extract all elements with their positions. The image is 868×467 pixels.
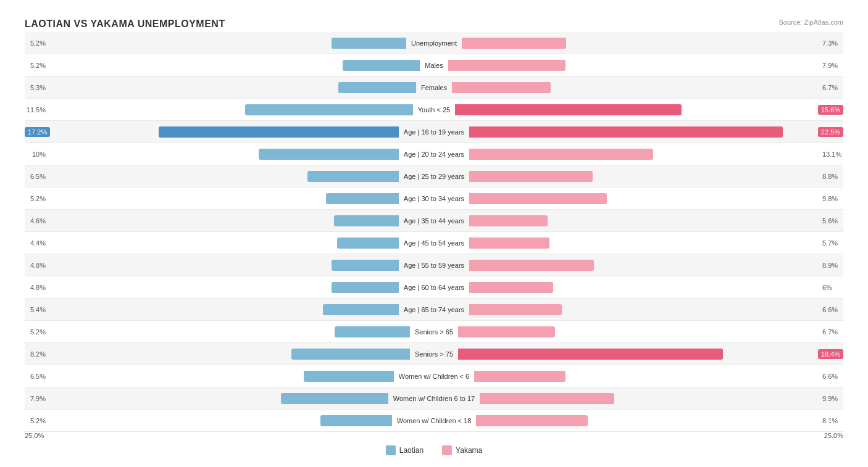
chart-container: LAOTIAN VS YAKAMA UNEMPLOYMENT Source: Z… bbox=[12, 12, 856, 467]
center-label: Age | 30 to 34 years bbox=[399, 195, 469, 202]
blue-bar bbox=[332, 38, 406, 49]
blue-bar bbox=[334, 215, 398, 226]
left-bar-wrap bbox=[48, 104, 413, 116]
right-bar-wrap bbox=[448, 59, 820, 72]
chart-area: 5.2% Unemployment 7.3% 5.2% bbox=[25, 32, 843, 432]
right-bar-wrap bbox=[469, 304, 820, 316]
right-bar-wrap bbox=[458, 348, 818, 360]
left-bar-wrap bbox=[48, 281, 399, 294]
right-section: 6.6% bbox=[469, 301, 843, 318]
blue-bar bbox=[281, 393, 388, 404]
blue-bar bbox=[159, 126, 398, 138]
left-bar-wrap bbox=[48, 237, 399, 249]
center-label: Women w/ Children < 18 bbox=[392, 417, 477, 424]
center-label: Women w/ Children < 6 bbox=[394, 373, 474, 380]
left-section: 5.2% bbox=[25, 57, 420, 74]
right-bar-wrap bbox=[480, 392, 820, 405]
left-bar-wrap bbox=[48, 392, 388, 405]
left-bar-wrap bbox=[48, 259, 399, 271]
center-label: Seniors > 65 bbox=[410, 328, 458, 336]
left-value: 5.2% bbox=[25, 195, 48, 202]
table-row: 6.5% Age | 25 to 29 years 8.8% bbox=[25, 165, 843, 188]
row-inner: 6.5% Women w/ Children < 6 6.6% bbox=[25, 368, 843, 385]
legend: Laotian Yakama bbox=[25, 445, 843, 455]
right-section: 5.6% bbox=[469, 212, 843, 229]
right-value: 8.1% bbox=[820, 417, 843, 424]
right-value: 6.6% bbox=[820, 306, 843, 313]
right-section: 9.9% bbox=[480, 390, 843, 407]
left-bar-wrap bbox=[48, 348, 410, 360]
right-bar-wrap bbox=[469, 192, 820, 205]
left-value: 5.2% bbox=[25, 39, 48, 47]
left-value: 6.5% bbox=[25, 173, 48, 180]
left-section: 6.5% bbox=[25, 168, 399, 185]
blue-bar bbox=[323, 304, 399, 315]
pink-bar bbox=[469, 193, 607, 204]
right-value: 22.5% bbox=[818, 127, 843, 137]
pink-bar bbox=[469, 304, 562, 315]
row-inner: 4.6% Age | 35 to 44 years 5.6% bbox=[25, 212, 843, 229]
left-bar-wrap bbox=[48, 304, 399, 316]
left-value: 8.2% bbox=[25, 350, 48, 358]
left-value: 4.8% bbox=[25, 262, 48, 269]
blue-bar bbox=[304, 371, 394, 382]
right-section: 6.7% bbox=[452, 79, 843, 96]
center-label: Women w/ Children 6 to 17 bbox=[388, 395, 480, 402]
right-bar-wrap bbox=[476, 415, 820, 427]
right-value: 13.1% bbox=[820, 151, 843, 158]
left-value: 5.2% bbox=[25, 417, 48, 424]
right-bar-wrap bbox=[469, 237, 820, 249]
left-bar-wrap bbox=[48, 170, 399, 183]
left-value: 5.2% bbox=[25, 328, 48, 336]
right-value: 6.7% bbox=[820, 84, 843, 91]
right-section: 5.7% bbox=[469, 234, 843, 252]
left-value: 11.5% bbox=[25, 106, 48, 114]
right-bar-wrap bbox=[469, 259, 820, 271]
center-label: Age | 16 to 19 years bbox=[399, 128, 469, 136]
row-inner: 8.2% Seniors > 75 18.4% bbox=[25, 345, 843, 363]
left-bar-wrap bbox=[48, 59, 420, 72]
row-inner: 5.2% Unemployment 7.3% bbox=[25, 35, 843, 52]
pink-bar bbox=[474, 371, 565, 382]
row-inner: 5.2% Seniors > 65 6.7% bbox=[25, 323, 843, 341]
row-inner: 4.4% Age | 45 to 54 years 5.7% bbox=[25, 234, 843, 252]
left-section: 8.2% bbox=[25, 345, 410, 363]
pink-bar bbox=[462, 38, 566, 49]
table-row: 4.8% Age | 55 to 59 years 8.9% bbox=[25, 254, 843, 276]
center-label: Males bbox=[420, 62, 448, 69]
right-bar-wrap bbox=[469, 281, 820, 294]
right-bar-wrap bbox=[458, 326, 820, 338]
legend-laotian: Laotian bbox=[386, 445, 424, 455]
pink-bar bbox=[452, 82, 551, 93]
blue-bar bbox=[320, 415, 392, 426]
left-section: 17.2% bbox=[25, 123, 399, 141]
center-label: Age | 55 to 59 years bbox=[399, 262, 469, 269]
table-row: 5.2% Males 7.9% bbox=[25, 54, 843, 76]
table-row: 5.2% Age | 30 to 34 years 9.8% bbox=[25, 188, 843, 210]
right-bar-wrap bbox=[469, 215, 820, 227]
left-section: 4.8% bbox=[25, 279, 399, 296]
right-value: 18.4% bbox=[818, 349, 843, 359]
left-value: 17.2% bbox=[25, 127, 50, 137]
axis-labels: 25.0% 25.0% bbox=[25, 432, 843, 439]
right-value: 5.7% bbox=[820, 239, 843, 247]
left-section: 4.4% bbox=[25, 234, 399, 252]
pink-bar bbox=[469, 260, 594, 271]
blue-bar bbox=[326, 193, 399, 204]
center-label: Females bbox=[416, 84, 452, 91]
left-section: 7.9% bbox=[25, 390, 388, 407]
right-bar-wrap bbox=[455, 104, 818, 116]
center-label: Age | 65 to 74 years bbox=[399, 306, 469, 313]
laotian-color-box bbox=[386, 445, 396, 455]
right-value: 9.8% bbox=[820, 195, 843, 202]
table-row: 10% Age | 20 to 24 years 13.1% bbox=[25, 143, 843, 165]
table-row: 7.9% Women w/ Children 6 to 17 9.9% bbox=[25, 387, 843, 410]
center-label: Age | 60 to 64 years bbox=[399, 284, 469, 291]
row-inner: 11.5% Youth < 25 15.6% bbox=[25, 101, 843, 118]
left-value: 4.8% bbox=[25, 284, 48, 291]
left-value: 4.6% bbox=[25, 217, 48, 225]
right-section: 15.6% bbox=[455, 101, 843, 118]
pink-bar bbox=[448, 60, 565, 71]
right-bar-wrap bbox=[469, 170, 820, 183]
row-inner: 5.4% Age | 65 to 74 years 6.6% bbox=[25, 301, 843, 318]
